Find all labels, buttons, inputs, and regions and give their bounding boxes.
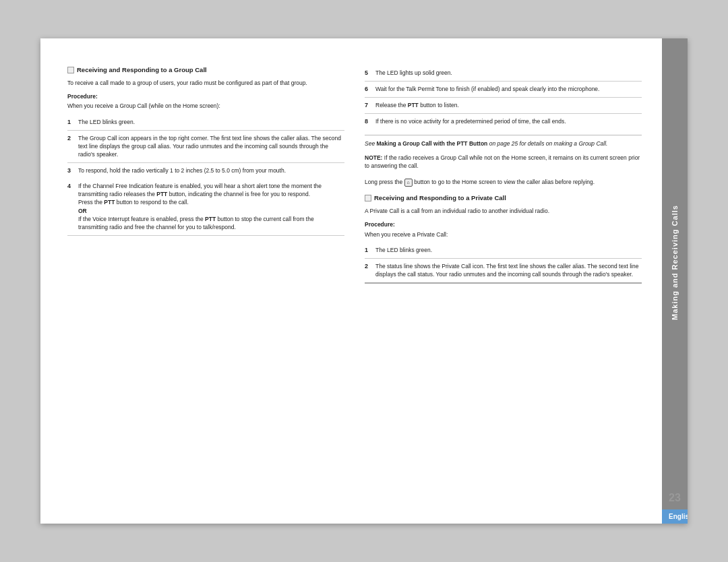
steps-list-left: 1 The LED blinks green. 2 The Group Call… [67,115,344,179]
group-call-section-title: Receiving and Responding to a Group Call [67,65,344,75]
private-step-text-2: The status line shows the Private Call i… [375,262,642,279]
sidebar-title: Making and Receiving Calls [671,38,679,487]
sidebar-bottom: 23 English [662,487,688,524]
step-item: 7 Release the PTT button to listen. [365,98,642,114]
step-item: 1 The LED blinks green. [67,115,344,131]
step-item: 8 If there is no voice activity for a pr… [365,114,642,129]
note-text-1: If the radio receives a Group Call while… [365,154,640,169]
steps-list-right-top: 5 The LED lights up solid green. 6 Wait … [365,65,642,129]
step-text-8: If there is no voice activity for a pred… [375,117,642,125]
step-item: 5 The LED lights up solid green. [365,65,642,82]
step-text-3: To respond, hold the radio vertically 1 … [78,166,344,175]
step-4-block: 4 If the Channel Free Indication feature… [67,179,344,236]
right-column: 5 The LED lights up solid green. 6 Wait … [365,65,642,497]
step-num-2: 2 [67,134,74,143]
step-item: 6 Wait for the Talk Permit Tone to finis… [365,82,642,98]
private-step-num-2: 2 [365,262,371,271]
step-num-6: 6 [365,85,371,94]
sidebar-right: Making and Receiving Calls 23 English [662,38,688,524]
step-num-4: 4 [67,182,74,232]
page-number: 23 [669,492,681,504]
step-text-7: Release the PTT button to listen. [375,101,642,109]
private-step-text-1: The LED blinks green. [375,246,642,254]
step-num-8: 8 [365,117,371,126]
procedure-label-private: Procedure: [365,220,642,228]
step-item: 1 The LED blinks green. [365,243,642,259]
page-number-area: 23 [662,487,688,509]
step-text-6: Wait for the Talk Permit Tone to finish … [375,85,642,93]
step-num-7: 7 [365,101,371,110]
group-call-title-text: Receiving and Responding to a Group Call [77,65,207,75]
procedure-label-left: Procedure: [67,92,344,100]
home-button-icon: ⌂ [404,179,413,187]
main-content: Receiving and Responding to a Group Call… [40,38,662,524]
private-step-num-1: 1 [365,246,371,255]
step-num-3: 3 [67,166,74,175]
step-item: 3 To respond, hold the radio vertically … [67,163,344,179]
note-label: NOTE: [365,154,382,161]
step-text-5: The LED lights up solid green. [375,69,642,77]
step-text-2: The Group Call icon appears in the top r… [78,134,344,159]
private-call-title-text: Receiving and Responding to a Private Ca… [374,193,506,203]
procedure-sub-left: When you receive a Group Call (while on … [67,102,344,110]
private-call-intro: A Private Call is a call from an individ… [365,207,642,215]
step-num-5: 5 [365,69,371,77]
page: Receiving and Responding to a Group Call… [40,38,688,524]
step-num-1: 1 [67,118,74,127]
see-also-text: See Making a Group Call with the PTT But… [365,135,642,148]
procedure-sub-private: When you receive a Private Call: [365,230,642,239]
left-column: Receiving and Responding to a Group Call… [67,65,344,497]
note-text-2: Long press the ⌂ button to go to the Hom… [365,179,595,185]
private-call-section-title: Receiving and Responding to a Private Ca… [365,193,642,203]
step-4-inner: 4 If the Channel Free Indication feature… [67,182,344,232]
section-icon [67,67,74,73]
step-text-4: If the Channel Free Indication feature i… [78,182,344,232]
english-badge: English [662,509,688,524]
or-label: OR [78,208,87,214]
group-call-intro: To receive a call made to a group of use… [67,79,344,87]
step-item: 2 The Group Call icon appears in the top… [67,131,344,163]
private-section-icon [365,195,371,201]
note-section: NOTE: If the radio receives a Group Call… [365,154,642,187]
step-text-1: The LED blinks green. [78,118,344,126]
steps-list-private: 1 The LED blinks green. 2 The status lin… [365,243,642,284]
step-item: 2 The status line shows the Private Call… [365,259,642,284]
